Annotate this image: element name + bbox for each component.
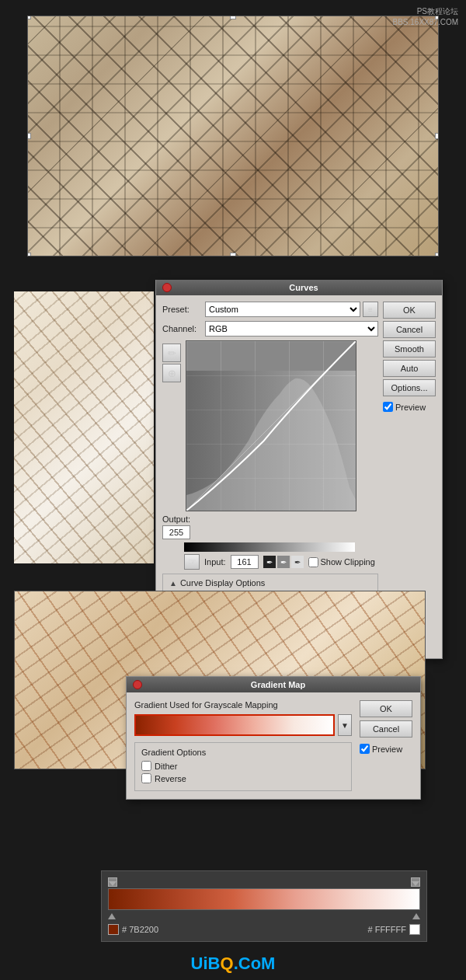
gradient-map-titlebar: Gradient Map [127, 677, 420, 692]
smooth-button[interactable]: Smooth [383, 340, 436, 357]
gradient-map-layout: Gradient Used for Grayscale Mapping ▼ Gr… [127, 692, 420, 799]
middle-left-image [14, 291, 154, 563]
ge-gradient-bar[interactable] [108, 888, 420, 910]
gradient-options-section: Gradient Options Dither Reverse [134, 742, 352, 791]
gradient-map-close-button[interactable] [133, 680, 142, 689]
auto-button[interactable]: Auto [383, 360, 436, 377]
gm-cancel-button[interactable]: Cancel [360, 720, 412, 738]
curves-hand-tool[interactable]: ☞ [184, 554, 200, 570]
watermark: PS教程论坛 BBS.16XX87.COM [393, 6, 458, 28]
curve-display-header: ▲ Curve Display Options [169, 578, 371, 588]
ok-button[interactable]: OK [383, 302, 436, 319]
gm-ok-button[interactable]: OK [360, 700, 412, 717]
curves-canvas-area: ✏ ⊕ [162, 340, 378, 511]
gray-eyedropper[interactable]: ✒ [277, 556, 290, 568]
gradient-map-title: Gradient Map [251, 680, 305, 689]
gm-preview-checkbox[interactable] [360, 744, 370, 754]
dither-row: Dither [141, 761, 345, 771]
ge-color-labels: # 7B2200 # FFFFFF [108, 924, 420, 935]
selection-handle-tm[interactable] [230, 16, 236, 19]
preview-row: Preview [383, 402, 436, 412]
curves-point-tool[interactable]: ⊕ [162, 364, 181, 382]
gm-preview-label: Preview [372, 745, 402, 754]
gradient-editor: # 7B2200 # FFFFFF [101, 870, 427, 942]
curves-curve-line [186, 341, 356, 511]
gradient-bar[interactable] [134, 714, 335, 736]
input-label: Input: [204, 557, 226, 567]
curves-pencil-tool[interactable]: ✏ [162, 344, 181, 362]
show-clipping-checkbox[interactable] [308, 557, 318, 567]
reverse-label: Reverse [155, 774, 186, 783]
curve-display-title: Curve Display Options [180, 578, 265, 588]
ge-left-color-swatch[interactable] [108, 924, 119, 935]
curve-display-toggle[interactable]: ▲ [169, 579, 177, 588]
preset-select[interactable]: Custom [205, 302, 360, 317]
selection-handle-ml[interactable] [27, 133, 31, 139]
selection-handle-bl[interactable] [27, 253, 31, 256]
ge-top-stops [108, 877, 420, 887]
gradient-map-buttons: OK Cancel Preview [360, 692, 420, 799]
ge-right-color-group: # FFFFFF [368, 924, 421, 935]
white-eyedropper[interactable]: ✒ [291, 556, 304, 568]
crack-overlay-top [28, 16, 438, 256]
selection-handle-bm[interactable] [230, 253, 236, 256]
ge-right-stop-top[interactable] [411, 877, 420, 887]
preset-label: Preset: [162, 305, 205, 314]
preview-label: Preview [395, 403, 426, 412]
ge-left-stop-bottom[interactable] [108, 913, 116, 919]
top-image [27, 16, 439, 256]
ge-bottom-stops [108, 913, 420, 919]
gradient-dropdown-arrow[interactable]: ▼ [338, 714, 352, 736]
watermark-line1: PS教程论坛 [393, 6, 458, 17]
ge-right-stop-bottom[interactable] [412, 913, 420, 919]
show-clipping-label: Show Clipping [321, 557, 375, 567]
preset-row: Preset: Custom ≡ [162, 302, 378, 317]
preview-checkbox[interactable] [383, 402, 393, 412]
input-field[interactable] [231, 555, 259, 569]
curves-canvas[interactable] [186, 340, 356, 511]
show-clipping-row: Show Clipping [308, 557, 375, 567]
input-row: ☞ Input: ✒ ✒ ✒ Show Clipping [184, 554, 378, 570]
brand-q: Q [221, 954, 234, 973]
channel-row: Channel: RGB [162, 321, 378, 337]
curves-title: Curves [289, 283, 318, 292]
channel-select[interactable]: RGB [205, 321, 378, 337]
reverse-checkbox[interactable] [141, 773, 151, 783]
ge-left-stop-top[interactable] [108, 877, 117, 887]
output-input-area: Output: 255 [162, 514, 378, 539]
curves-close-button[interactable] [162, 283, 172, 292]
curves-tools: ✏ ⊕ [162, 340, 181, 511]
brand-suffix: .CoM [234, 954, 276, 973]
gradient-bar-row: ▼ [134, 714, 352, 736]
gm-preview-row: Preview [360, 744, 412, 754]
selection-handle-br[interactable] [435, 253, 439, 256]
watermark-line2: BBS.16XX87.COM [393, 17, 458, 28]
dither-label: Dither [155, 762, 177, 771]
gradient-map-dialog: Gradient Map Gradient Used for Grayscale… [126, 676, 421, 800]
bottom-brand: UiBQ.CoM [191, 954, 276, 974]
gradient-map-body: Gradient Used for Grayscale Mapping ▼ Gr… [127, 692, 360, 799]
channel-label: Channel: [162, 324, 205, 333]
eyedropper-group: ✒ ✒ ✒ [263, 556, 304, 568]
gradient-ramp-bar [184, 542, 355, 552]
options-button[interactable]: Options... [383, 379, 436, 396]
selection-handle-tl[interactable] [27, 16, 31, 19]
ge-left-color-group: # 7B2200 [108, 924, 158, 935]
reverse-row: Reverse [141, 773, 345, 783]
crack-overlay-middle [14, 291, 154, 563]
ge-right-color-label: # FFFFFF [368, 925, 407, 934]
preset-options-icon[interactable]: ≡ [363, 302, 378, 317]
ge-left-color-label: # 7B2200 [122, 925, 158, 934]
curves-titlebar: Curves [156, 280, 442, 295]
selection-handle-mr[interactable] [435, 133, 439, 139]
output-field-group: Output: 255 [162, 514, 190, 539]
gm-section-title: Gradient Used for Grayscale Mapping [134, 700, 352, 710]
black-eyedropper[interactable]: ✒ [263, 556, 276, 568]
output-field[interactable]: 255 [162, 525, 190, 539]
brand-text: UiB [191, 954, 221, 973]
dither-checkbox[interactable] [141, 761, 151, 771]
cancel-button[interactable]: Cancel [383, 321, 436, 338]
ge-right-color-swatch[interactable] [409, 924, 420, 935]
output-label: Output: [162, 514, 190, 524]
gradient-options-title: Gradient Options [141, 748, 345, 757]
